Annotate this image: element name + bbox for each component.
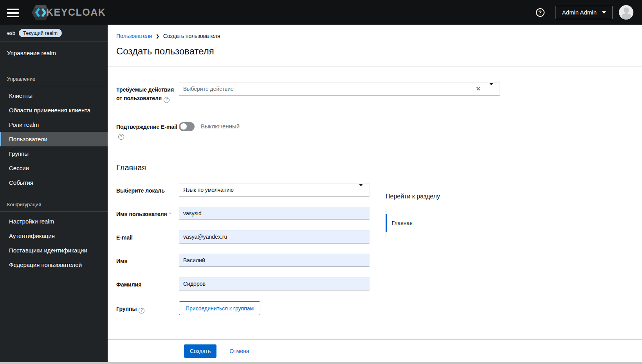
create-user-form: Требуемые действия от пользователя? ✕ По…: [108, 67, 642, 315]
sidebar-section-label: Конфигурация: [0, 190, 108, 212]
current-realm-badge: Текущий realm: [19, 29, 62, 37]
cancel-button[interactable]: Отмена: [229, 348, 249, 354]
sidebar-section-manage: Управление Клиенты Области применения кл…: [0, 64, 108, 190]
help-question-icon[interactable]: ?: [164, 97, 170, 103]
groups-row: Группы? Присоединиться к группам: [116, 301, 642, 315]
locale-select[interactable]: Язык по умолчанию: [179, 183, 370, 196]
email-verified-label: Подтверждение E-mail?: [116, 119, 179, 140]
realm-selector[interactable]: esb Текущий realm: [0, 25, 108, 42]
username-input[interactable]: [179, 207, 370, 220]
sidebar-item-users[interactable]: Пользователи: [0, 132, 108, 146]
section-heading: Главная: [116, 163, 642, 172]
user-menu-dropdown[interactable]: Admin Admin: [555, 6, 613, 19]
locale-selected-value: Язык по умолчанию: [179, 187, 354, 193]
chevron-down-icon: [602, 11, 606, 14]
toggle-state-label: Выключенный: [201, 119, 240, 140]
sidebar-item-clients[interactable]: Клиенты: [0, 88, 108, 103]
sidebar-item-realm-roles[interactable]: Роли realm: [0, 117, 108, 132]
sidebar-item-groups[interactable]: Группы: [0, 146, 108, 161]
required-actions-input[interactable]: [179, 86, 472, 92]
last-name-row: Фамилия: [116, 277, 642, 290]
email-label: E-mail: [116, 230, 179, 243]
sidebar-item-authentication[interactable]: Аутентификация: [0, 229, 108, 243]
breadcrumb: Пользователи ❯ Создать пользователя: [116, 33, 642, 39]
sidebar-item-realm-settings[interactable]: Настройки realm: [0, 214, 108, 229]
required-asterisk: *: [169, 211, 171, 217]
product-name: KEYCLOAK: [46, 7, 106, 18]
main-content: Пользователи ❯ Создать пользователя Созд…: [108, 25, 642, 362]
form-actions-footer: Создать Отмена: [108, 339, 642, 362]
sidebar-item-sessions[interactable]: Сессии: [0, 161, 108, 175]
help-question-icon[interactable]: ?: [118, 134, 124, 140]
sidebar-item-identity-providers[interactable]: Поставщики идентификации: [0, 243, 108, 258]
masthead-toolbar: ? Admin Admin: [536, 5, 633, 20]
masthead: KEYCLOAK ? Admin Admin: [0, 0, 642, 25]
required-actions-row: Требуемые действия от пользователя? ✕: [116, 82, 642, 103]
sidebar-section-configure: Конфигурация Настройки realm Аутентифика…: [0, 190, 108, 272]
sidebar-item-user-federation[interactable]: Федерация пользователей: [0, 258, 108, 272]
select-toggle[interactable]: [354, 186, 369, 193]
locale-row: Выберите локаль Язык по умолчанию: [116, 183, 642, 196]
username-row: Имя пользователя*: [116, 207, 642, 220]
sidebar-nav: Клиенты Области применения клиента Роли …: [0, 86, 108, 190]
required-actions-label: Требуемые действия от пользователя?: [116, 82, 179, 103]
chevron-right-icon: ❯: [156, 34, 159, 38]
sidebar-item-events[interactable]: События: [0, 175, 108, 190]
username-label: Имя пользователя*: [116, 207, 179, 220]
sidebar-section-label: Управление: [0, 64, 108, 86]
required-actions-multiselect[interactable]: ✕: [179, 82, 500, 96]
groups-label: Группы?: [116, 301, 179, 315]
jump-to-section-panel: Перейти к разделу Главная: [386, 193, 487, 238]
email-row: E-mail: [116, 230, 642, 243]
sidebar-nav: Настройки realm Аутентификация Поставщик…: [0, 212, 108, 272]
page-title: Создать пользователя: [116, 46, 642, 57]
chevron-down-icon: [359, 184, 363, 193]
breadcrumb-users-link[interactable]: Пользователи: [116, 33, 152, 39]
email-verified-row: Подтверждение E-mail? Выключенный: [116, 119, 642, 140]
first-name-input[interactable]: [179, 254, 370, 267]
locale-label: Выберите локаль: [116, 183, 179, 196]
chevron-down-icon: [489, 83, 493, 92]
last-name-label: Фамилия: [116, 277, 179, 290]
window-bottom-edge: [0, 362, 642, 364]
first-name-label: Имя: [116, 254, 179, 267]
create-button[interactable]: Создать: [184, 344, 216, 358]
first-name-row: Имя: [116, 254, 642, 267]
breadcrumb-current: Создать пользователя: [163, 33, 220, 39]
hamburger-menu-icon[interactable]: [7, 7, 19, 19]
sidebar-item-realm-management[interactable]: Управление realm: [0, 42, 108, 64]
avatar[interactable]: [619, 5, 633, 20]
multiselect-toggle[interactable]: [485, 85, 500, 92]
help-question-icon[interactable]: ?: [139, 308, 144, 314]
clear-selection-icon[interactable]: ✕: [472, 85, 485, 92]
sidebar-item-client-scopes[interactable]: Области применения клиента: [0, 103, 108, 117]
sidebar: esb Текущий realm Управление realm Управ…: [0, 25, 108, 362]
email-verified-toggle[interactable]: [179, 122, 195, 131]
user-menu-label: Admin Admin: [562, 9, 597, 16]
page-header: Пользователи ❯ Создать пользователя Созд…: [108, 25, 642, 57]
last-name-input[interactable]: [179, 277, 370, 290]
realm-name: esb: [7, 30, 15, 36]
jump-panel-title: Перейти к разделу: [386, 193, 487, 200]
help-icon[interactable]: ?: [536, 8, 545, 17]
jump-item-main[interactable]: Главная: [386, 214, 488, 232]
email-input[interactable]: [179, 230, 370, 243]
avatar-person-icon: [624, 7, 629, 13]
join-groups-button[interactable]: Присоединиться к группам: [179, 301, 260, 315]
keycloak-logo[interactable]: KEYCLOAK: [31, 4, 106, 22]
jump-panel-list: Главная: [386, 209, 487, 238]
